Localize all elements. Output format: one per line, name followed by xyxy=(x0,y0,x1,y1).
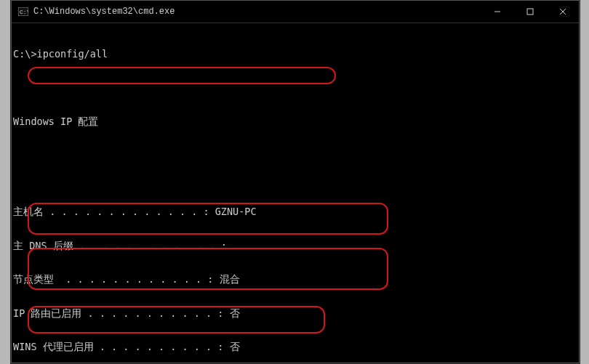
window-title: C:\Windows\system32\cmd.exe xyxy=(33,7,481,17)
wins-proxy-line: WINS 代理已启用 . . . . . . . . . . : 否 xyxy=(13,341,577,353)
host-name-value: GZNU-PC xyxy=(215,206,257,218)
minimize-button[interactable] xyxy=(481,1,513,23)
node-type-line: 节点类型 . . . . . . . . . . . . : 混合 xyxy=(13,274,577,286)
svg-text:C:\: C:\ xyxy=(20,9,28,15)
close-button[interactable] xyxy=(546,1,579,23)
titlebar[interactable]: C:\ C:\Windows\system32\cmd.exe xyxy=(12,1,579,23)
terminal-area[interactable]: C:\>ipconfig/all Windows IP 配置 主机名 . . .… xyxy=(12,23,579,364)
svg-rect-3 xyxy=(527,9,533,15)
window-controls xyxy=(481,1,579,23)
host-name-line: 主机名 . . . . . . . . . . . . . : GZNU-PC xyxy=(13,206,577,218)
cmd-window: C:\ C:\Windows\system32\cmd.exe C:\>ipco… xyxy=(11,0,580,363)
cmd-icon: C:\ xyxy=(17,6,29,17)
command-text: ipconfig/all xyxy=(37,49,108,60)
ip-config-header: Windows IP 配置 xyxy=(13,116,577,128)
blank xyxy=(13,83,577,94)
prompt-line: C:\>ipconfig/all xyxy=(13,49,577,60)
prompt: C:\> xyxy=(13,49,37,60)
maximize-button[interactable] xyxy=(513,1,546,23)
ip-routing-line: IP 路由已启用 . . . . . . . . . . . : 否 xyxy=(13,308,577,320)
blank xyxy=(13,150,577,162)
primary-dns-suffix-line: 主 DNS 后缀 . . . . . . . . . . . . : xyxy=(13,240,577,252)
